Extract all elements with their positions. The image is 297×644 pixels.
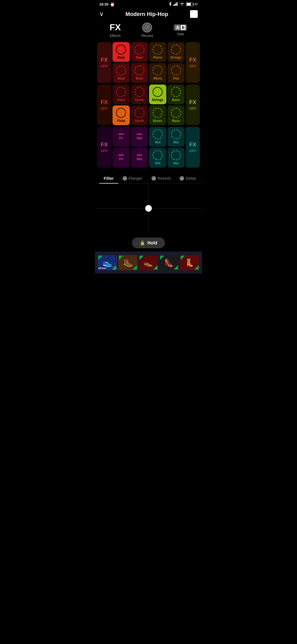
pad-vox-2[interactable]: Vox [149,127,166,147]
fx-side-purple[interactable]: FX OFF [97,127,111,168]
pads-purple: Fx Vox Vox Vox Fx Vox [112,127,185,168]
fx-side-red[interactable]: FX OFF [97,42,111,83]
side-ab-control[interactable]: A B Side [174,24,187,36]
record-control[interactable]: Record [141,23,153,38]
ad-shoe-5: 👢 [180,255,199,270]
wifi-icon [180,2,185,7]
shoe-3-icon: 👞 [144,258,153,267]
status-time: 18:30 [99,2,108,6]
fx-side-olive[interactable]: FX OFF [186,42,200,83]
flanger-icon [123,176,127,181]
fx-darkred-label: FX [101,99,108,105]
pad-piano[interactable]: Piano [149,42,166,62]
ab-switcher[interactable]: A B [174,24,187,31]
fx-side-green[interactable]: FX OFF [186,84,200,125]
pad-keys[interactable]: Keys [112,84,130,104]
pad-vox-6[interactable]: Vox [167,148,185,168]
shoe-4-icon: 👠 [164,258,174,267]
pad-beat-1[interactable]: Beat [112,42,130,62]
svg-rect-5 [175,3,176,6]
pad-section-green: FX OFF Keys Synth Strings Bass [97,84,200,125]
ad-shoe-4: 👠 [160,255,179,270]
ad-banner[interactable]: 👟 WANGDI i 🥾 👞 👠 👢 [95,252,202,274]
tab-delay[interactable]: Delay [175,174,200,183]
svg-rect-7 [178,2,178,6]
record-label: Record [141,34,153,38]
fx-olive-label: FX [189,57,196,63]
fx-side-teal[interactable]: FX OFF [186,127,200,168]
battery-percent: 77 [194,3,198,6]
pad-section-red: FX OFF Beat Beat Piano Strings [97,42,200,83]
xy-cursor[interactable] [145,205,152,212]
pad-bass-2[interactable]: Bass [167,105,185,125]
alarm-icon: ⏰ [110,2,115,7]
back-chevron[interactable]: ∨ [99,10,104,18]
delay-tab-label: Delay [186,176,196,181]
tab-reverb[interactable]: Reverb [147,174,175,183]
filter-tab-label: Filter [104,176,114,181]
pad-grid: FX OFF Beat Beat Piano Strings [95,41,202,170]
pad-pad[interactable]: Pad [167,63,185,83]
pads-green: Keys Synth Strings Bass Flute Synth [112,84,185,125]
pads-red: Beat Beat Piano Strings Beat Beat [112,42,185,83]
pad-vox-1[interactable]: Vox [131,127,148,147]
pad-bass-1[interactable]: Bass [167,84,185,104]
header: ∨ Modern Hip-Hop [95,8,202,21]
tab-filter[interactable]: Filter [99,174,118,183]
reverb-icon [152,176,156,181]
pad-vox-3[interactable]: Vox [167,127,185,147]
hold-area: 🔒 Hold [95,233,202,252]
reverb-tab-label: Reverb [158,176,171,181]
fx-icon: FX [109,22,121,32]
pad-beat-2[interactable]: Beat [131,42,148,62]
pad-synth-2[interactable]: Synth [131,105,148,125]
fx-red-label: FX [101,57,108,63]
pad-mbira[interactable]: Mbira [149,63,166,83]
ad-shoe-2: 🥾 [118,255,138,270]
fx-effects-control[interactable]: FX Effects [109,22,121,38]
svg-rect-4 [174,4,175,6]
pad-section-purple: FX OFF Fx Vox Vox Vox [97,127,200,168]
ad-shoe-3: 👞 [139,255,158,270]
ad-shoe-1: 👟 WANGDI i [98,255,117,270]
fx-teal-off: OFF [189,149,196,153]
side-label: Side [177,32,184,36]
bluetooth-icon [169,2,172,7]
fx-green-label: FX [189,99,196,105]
effects-label: Effects [110,34,121,38]
fx-teal-label: FX [189,141,196,148]
fx-darkred-off: OFF [101,107,108,111]
pad-vox-5[interactable]: Vox [149,148,166,168]
ab-a-label: A [175,25,180,30]
stop-button[interactable] [190,10,198,18]
battery-indicator [186,2,193,6]
pad-fx-1[interactable]: Fx [112,127,130,147]
pad-synth-1[interactable]: Synth [131,84,148,104]
tab-flanger[interactable]: Flanger [118,174,147,183]
status-bar: 18:30 ⏰ [95,0,202,8]
fx-olive-off: OFF [189,64,196,68]
xy-pad[interactable] [95,184,202,233]
shoe-2-icon: 🥾 [123,258,133,267]
pad-beat-3[interactable]: Beat [112,63,130,83]
record-circle [142,23,152,32]
hold-button[interactable]: 🔒 Hold [132,238,165,248]
fx-side-darkred[interactable]: FX OFF [97,84,111,125]
pad-strings-active[interactable]: Strings [149,84,166,104]
svg-rect-6 [177,2,177,6]
fx-red-off: OFF [101,64,108,68]
pad-fx-2[interactable]: Fx [112,148,130,168]
flanger-tab-label: Flanger [129,176,143,181]
pad-vox-4[interactable]: Vox [131,148,148,168]
signal-icon [173,2,178,7]
pad-flute-active[interactable]: Flute [112,105,130,125]
pad-beat-4[interactable]: Beat [131,63,148,83]
shoe-1-icon: 👟 [103,258,112,267]
page-title: Modern Hip-Hop [125,11,168,17]
fx-purple-off: OFF [101,149,108,153]
top-controls: FX Effects Record A B Side [95,21,202,41]
pad-brass[interactable]: Brass [149,105,166,125]
pad-strings-1[interactable]: Strings [167,42,185,62]
fx-green-off: OFF [189,107,196,111]
shoe-5-icon: 👢 [185,258,194,267]
